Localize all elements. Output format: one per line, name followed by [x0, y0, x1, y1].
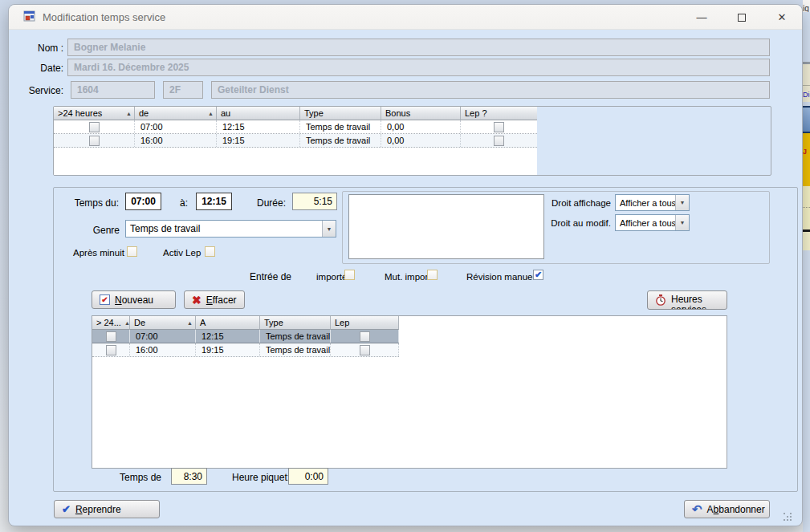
bottom-table: > 24...▲ De▲ A Type Lep 07:00 12:15 Temp… — [92, 316, 727, 357]
service-name-field: Geteilter Dienst — [211, 81, 770, 99]
table-row[interactable]: 16:00 19:15 Temps de travail 0,00 — [54, 134, 537, 148]
service-code-field: 1604 — [71, 81, 155, 99]
importe-checkbox[interactable] — [344, 270, 355, 280]
heures-services-button[interactable]: Heures services — [647, 290, 727, 310]
genre-label: Genre — [75, 225, 120, 236]
window-title: Modification temps service — [43, 11, 165, 23]
bottom-table-container: > 24...▲ De▲ A Type Lep 07:00 12:15 Temp… — [92, 315, 727, 469]
a-input[interactable]: 12:15 — [196, 193, 232, 210]
row-lep-checkbox[interactable] — [360, 331, 370, 342]
temps-de-label: Temps de — [120, 472, 161, 483]
duree-field: 5:15 — [292, 193, 337, 210]
row-checkbox[interactable] — [89, 136, 100, 146]
sort-asc-icon: ▲ — [121, 320, 130, 326]
genre-select[interactable]: Temps de travail ▼ — [125, 220, 336, 238]
column-header-lep[interactable]: Lep — [331, 316, 399, 330]
check-icon: ✔ — [62, 504, 71, 514]
apres-minuit-label: Après minuit — [73, 248, 124, 258]
nouveau-button[interactable]: ✔ Nouveau — [92, 290, 176, 309]
undo-icon: ↶ — [692, 503, 702, 515]
a-label: à: — [180, 197, 188, 209]
importe-label: importé — [316, 272, 347, 282]
droit-modif-label: Droit au modif. — [535, 218, 611, 228]
new-entry-icon: ✔ — [100, 294, 110, 305]
column-header-24heures[interactable]: >24 heures▲ — [54, 107, 135, 120]
entree-de-label: Entrée de — [250, 271, 291, 282]
delete-x-icon: ✖ — [192, 294, 201, 306]
column-header-lep[interactable]: Lep ? — [461, 107, 537, 120]
chevron-down-icon[interactable]: ▼ — [675, 195, 689, 210]
table-row-selected[interactable]: 07:00 12:15 Temps de travail — [92, 330, 399, 343]
bottom-table-header: > 24...▲ De▲ A Type Lep — [92, 316, 399, 330]
column-header-a[interactable]: A — [196, 316, 260, 330]
droit-affichage-select[interactable]: Afficher a tous ▼ — [615, 194, 690, 211]
background-text: J — [803, 133, 810, 156]
column-header-au[interactable]: au — [217, 107, 300, 120]
activ-lep-checkbox[interactable] — [205, 246, 215, 257]
table-row[interactable]: 16:00 19:15 Temps de travail — [92, 343, 399, 357]
column-header-de[interactable]: de▲ — [135, 107, 217, 120]
sort-asc-icon: ▲ — [184, 320, 193, 326]
date-label: Date: — [15, 63, 63, 74]
heure-piquet-label: Heure piquet: — [232, 472, 290, 483]
reprendre-button[interactable]: ✔ Reprendre — [54, 500, 160, 518]
close-icon[interactable]: ✕ — [773, 9, 791, 26]
service-label: Service: — [15, 85, 63, 96]
top-table-header: >24 heures▲ de▲ au Type Bonus Lep ? — [54, 107, 537, 120]
background-window-strip: iq Die J — [803, 0, 810, 532]
top-table-container: >24 heures▲ de▲ au Type Bonus Lep ? 07:0… — [53, 106, 771, 176]
column-header-24[interactable]: > 24...▲ — [92, 316, 130, 330]
nom-label: Nom : — [15, 43, 63, 54]
column-header-type[interactable]: Type — [260, 316, 331, 330]
resize-grip[interactable] — [784, 513, 785, 514]
stopwatch-icon — [655, 294, 666, 306]
column-header-type[interactable]: Type — [300, 107, 381, 120]
droit-affichage-label: Droit affichage — [535, 198, 611, 208]
comment-listbox[interactable] — [348, 194, 544, 259]
row-checkbox[interactable] — [106, 345, 116, 355]
top-table: >24 heures▲ de▲ au Type Bonus Lep ? 07:0… — [54, 107, 537, 175]
row-lep-checkbox[interactable] — [360, 345, 370, 355]
activ-lep-label: Activ Lep — [163, 248, 201, 258]
revision-manuelle-label: Révision manuelle — [466, 272, 542, 282]
table-row[interactable]: 07:00 12:15 Temps de travail 0,00 — [54, 120, 537, 134]
column-header-bonus[interactable]: Bonus — [381, 107, 461, 120]
heure-piquet-field: 0:00 — [288, 468, 328, 485]
row-checkbox[interactable] — [106, 331, 116, 342]
temps-du-input[interactable]: 07:00 — [125, 193, 161, 210]
background-text: Die — [803, 91, 810, 99]
duree-label: Durée: — [246, 197, 286, 209]
sort-asc-icon: ▲ — [205, 111, 214, 116]
temps-du-label: Temps du: — [57, 197, 119, 209]
chevron-down-icon[interactable]: ▼ — [322, 221, 336, 237]
droit-modif-select[interactable]: Afficher a tous ▼ — [615, 214, 690, 231]
service-suffix-field: 2F — [163, 81, 203, 99]
background-text: iq — [803, 4, 809, 12]
row-lep-checkbox[interactable] — [494, 136, 504, 146]
mut-import-label: Mut. import — [385, 272, 431, 282]
chevron-down-icon[interactable]: ▼ — [675, 215, 689, 230]
modification-temps-service-dialog: Modification temps service — ✕ Nom : Bog… — [8, 4, 803, 526]
winform-app-icon — [23, 10, 36, 23]
mut-import-checkbox[interactable] — [427, 270, 438, 280]
temps-de-field: 8:30 — [171, 468, 207, 485]
title-bar: Modification temps service — ✕ — [9, 5, 802, 30]
nom-field: Bogner Melanie — [67, 39, 770, 56]
abandonner-button[interactable]: ↶ Abbandonner — [684, 500, 770, 518]
effacer-button[interactable]: ✖ Effacer — [184, 290, 245, 309]
apres-minuit-checkbox[interactable] — [127, 246, 137, 257]
revision-manuelle-checkbox[interactable]: ✔ — [533, 270, 543, 280]
check-icon: ✔ — [535, 270, 542, 279]
row-lep-checkbox[interactable] — [494, 122, 504, 132]
minimize-icon[interactable]: — — [693, 9, 710, 26]
maximize-icon[interactable] — [733, 9, 751, 26]
column-header-de[interactable]: De▲ — [130, 316, 196, 330]
sort-asc-icon: ▲ — [123, 111, 132, 116]
row-checkbox[interactable] — [89, 122, 100, 132]
date-field: Mardi 16. Décembre 2025 — [67, 59, 770, 76]
